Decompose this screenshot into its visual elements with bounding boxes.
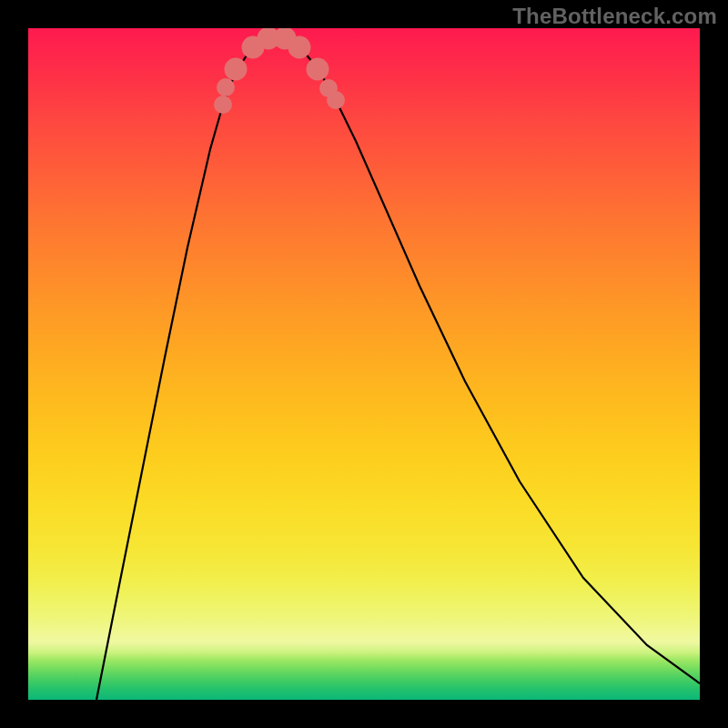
watermark-text: TheBottleneck.com xyxy=(512,4,717,29)
chart-background-gradient xyxy=(28,28,700,700)
chart-frame xyxy=(28,28,700,700)
